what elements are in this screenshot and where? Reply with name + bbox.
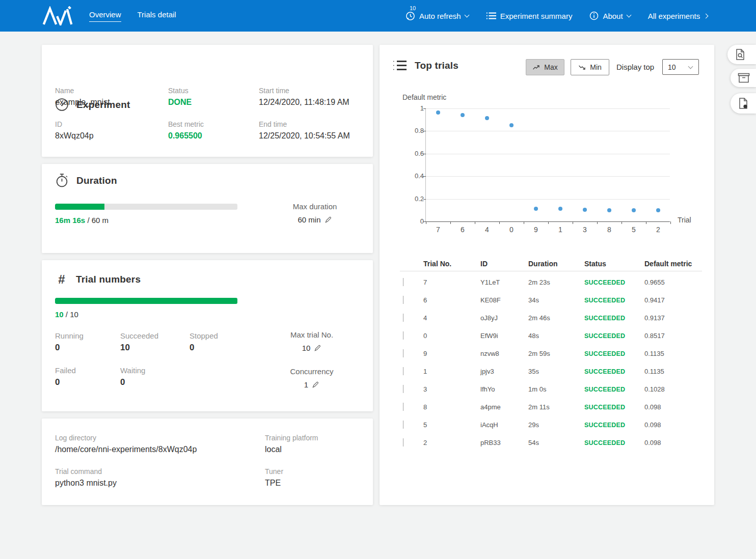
expand-row-icon[interactable] [403,385,403,393]
expand-row-icon[interactable] [403,349,403,357]
field-label: Trial command [55,467,265,476]
column-header[interactable]: Default metric [644,260,702,268]
data-point-trial-8[interactable] [607,208,611,212]
trial-numbers-card: # Trial numbers 10 / 10 Running0Succeede… [42,260,373,411]
edit-pencil-icon[interactable] [312,381,319,388]
x-tick-mark [670,221,671,224]
stat-label: Running [55,331,120,340]
stat-label: Waiting [120,366,190,375]
trial-status-stats: Running0Succeeded10Stopped0Failed0Waitin… [55,331,259,387]
edit-pencil-icon[interactable] [325,216,332,223]
cell-no: 2 [423,439,480,446]
cell-metric: 0.8517 [644,332,702,340]
default-metric-chart: 00.20.40.60.817640913852 [425,108,670,221]
expand-row-icon[interactable] [403,403,403,411]
search-space-button[interactable] [727,45,756,64]
expand-row-icon[interactable] [403,296,403,304]
column-header[interactable]: Status [584,260,644,268]
stat-value: 0 [120,377,190,387]
cell-duration: 54s [528,439,584,446]
data-point-trial-6[interactable] [461,113,465,117]
max-trial-label: Max trial No. [266,330,358,339]
field-label: Best metric [168,120,259,128]
expand-row-icon[interactable] [403,421,403,429]
cell-duration: 2m 11s [528,403,584,411]
cell-status: SUCCEEDED [584,386,644,393]
table-row: 8a4pme2m 11sSUCCEEDED0.098 [400,398,702,416]
cell-status: SUCCEEDED [584,315,644,322]
config-archive-button[interactable] [731,69,756,87]
field-value: DONE [168,98,259,107]
y-tick-label: 1 [403,104,424,112]
cell-no: 6 [423,296,480,304]
expand-row-icon[interactable] [403,438,403,446]
x-tick-label: 6 [450,226,475,234]
cell-id: jpjv3 [480,368,528,375]
log-files-button[interactable] [731,93,756,114]
cell-id: iAcqH [480,421,528,429]
stat-value: 0 [55,343,120,353]
column-header[interactable]: Trial No. [423,260,480,268]
min-button[interactable]: Min [571,59,609,75]
stopwatch-icon [55,173,69,188]
gridline [426,176,670,177]
x-tick-label: 9 [524,226,548,234]
cell-metric: 0.9137 [644,314,702,322]
field-value: 8xWqz04p [55,131,168,141]
cell-status: SUCCEEDED [584,368,644,375]
x-tick-mark [524,221,524,224]
cell-duration: 2m 59s [528,350,584,357]
data-point-trial-2[interactable] [656,208,660,212]
concurrency-value: 1 [304,380,308,389]
column-header[interactable]: ID [480,260,528,268]
cell-duration: 35s [528,368,584,375]
table-row: 3lfhYo1m 0sSUCCEEDED0.1028 [400,380,702,398]
experiment-field: ID8xWqz04p [55,120,168,141]
experiment-card: Experiment Nameexample_mnistStatusDONESt… [42,45,373,157]
y-tick-label: 0.8 [403,127,424,134]
tab-trials-detail[interactable]: Trials detail [138,10,176,22]
table-row: 6KE08F34sSUCCEEDED0.9417 [400,291,702,309]
field-value: 0.965500 [168,131,259,141]
field-label: Log directory [55,434,265,442]
log-fields: Log directory/home/core/nni-experiments/… [55,434,361,488]
cell-no: 5 [423,421,480,429]
table-row: 2pRB3354sSUCCEEDED0.098 [400,434,702,452]
max-button[interactable]: Max [526,59,564,75]
expand-row-icon[interactable] [403,331,403,340]
y-tick-label: 0.6 [403,150,424,157]
cell-duration: 2m 23s [528,278,584,286]
display-top-label: Display top [616,63,654,71]
column-header[interactable]: Duration [528,260,584,268]
experiment-summary-button[interactable]: Experiment summary [486,11,573,20]
expand-row-icon[interactable] [403,314,403,322]
edit-pencil-icon[interactable] [314,344,321,352]
data-point-trial-7[interactable] [436,110,440,115]
data-point-trial-3[interactable] [583,208,587,212]
expand-row-icon[interactable] [403,278,403,286]
data-point-trial-1[interactable] [558,207,562,211]
log-field: Log directory/home/core/nni-experiments/… [55,434,265,454]
expand-row-icon[interactable] [403,367,403,375]
display-top-dropdown[interactable]: 10 [662,59,699,75]
log-field: Training platformlocal [265,434,361,454]
trials-progress-bar [55,298,237,304]
data-point-trial-9[interactable] [534,207,538,211]
data-point-trial-0[interactable] [509,123,514,127]
x-tick-mark [450,221,451,224]
max-duration-label: Max duration [269,202,361,211]
x-tick-label: 3 [573,226,597,234]
cell-status: SUCCEEDED [584,422,644,429]
data-point-trial-4[interactable] [485,116,489,120]
cell-metric: 0.098 [644,403,702,411]
data-point-trial-5[interactable] [632,208,636,212]
top-trials-card: Top trials Max Min Display top 10 Defaul… [380,45,714,505]
duration-progress-bar [55,204,237,210]
auto-refresh-menu[interactable]: 10 Auto refresh [406,11,469,21]
log-field: Trial commandpython3 mnist.py [55,467,265,488]
tab-overview[interactable]: Overview [89,10,121,22]
all-experiments-link[interactable]: All experiments [648,12,708,20]
list-icon [393,59,407,72]
about-menu[interactable]: About [589,11,630,20]
gridline [426,131,670,131]
